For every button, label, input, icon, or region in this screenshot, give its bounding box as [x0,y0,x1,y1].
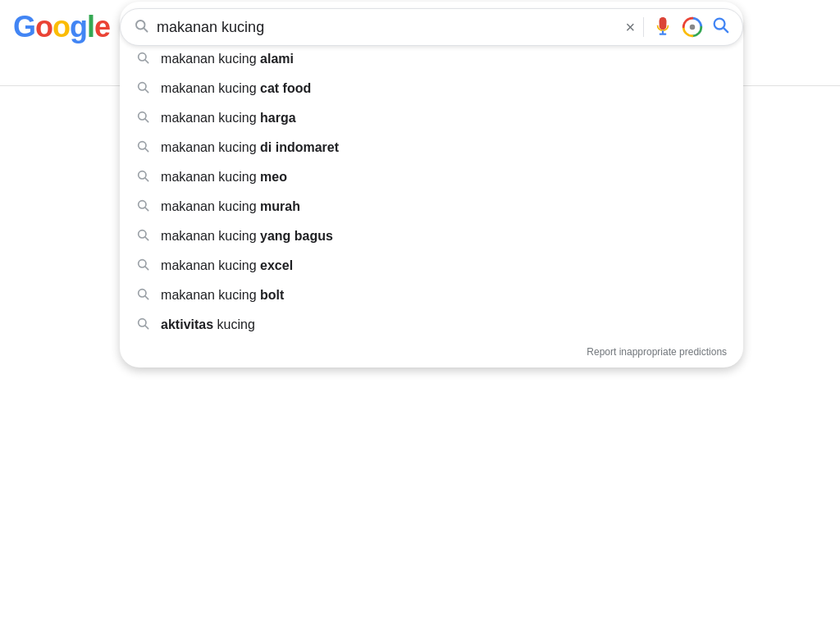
autocomplete-dropdown: makanan kucing alami makanan kucing cat … [120,2,743,368]
ac-search-icon-1 [136,80,149,97]
ac-search-icon-6 [136,228,149,244]
autocomplete-text-2: makanan kucing harga [161,111,296,126]
search-box-wrapper: × [120,8,743,46]
lens-icon[interactable] [682,16,703,38]
svg-line-1 [144,28,147,31]
search-box: × [120,8,743,46]
svg-line-7 [724,28,728,32]
ac-search-icon-3 [136,139,149,156]
autocomplete-item-5[interactable]: makanan kucing murah [120,192,743,221]
report-link[interactable]: Report inappropriate predictions [120,340,743,361]
ac-search-icon-8 [136,287,149,304]
autocomplete-item-7[interactable]: makanan kucing excel [120,251,743,281]
search-icon [134,18,148,37]
autocomplete-text-7: makanan kucing excel [161,258,293,273]
mic-icon[interactable] [652,16,673,38]
autocomplete-item-4[interactable]: makanan kucing meo [120,162,743,192]
autocomplete-text-4: makanan kucing meo [161,170,287,185]
ac-search-icon-9 [136,317,149,333]
svg-line-21 [145,237,148,240]
svg-point-5 [690,25,696,30]
ac-search-icon [136,51,149,67]
ac-search-icon-2 [136,110,149,126]
autocomplete-item-8[interactable]: makanan kucing bolt [120,281,743,310]
svg-line-27 [145,326,148,329]
autocomplete-text-1: makanan kucing cat food [161,81,311,96]
autocomplete-text-8: makanan kucing bolt [161,288,284,303]
divider [643,17,644,37]
autocomplete-item-3[interactable]: makanan kucing di indomaret [120,133,743,162]
autocomplete-text-0: makanan kucing alami [161,52,294,66]
search-submit-icon[interactable] [711,16,729,39]
svg-line-13 [145,119,148,122]
autocomplete-item-1[interactable]: makanan kucing cat food [120,74,743,103]
autocomplete-text-6: makanan kucing yang bagus [161,229,333,244]
clear-button[interactable]: × [625,19,635,35]
autocomplete-item-9[interactable]: aktivitas kucing [120,310,743,340]
ac-search-icon-4 [136,169,149,185]
autocomplete-item-2[interactable]: makanan kucing harga [120,103,743,133]
ac-search-icon-7 [136,258,149,274]
autocomplete-text-3: makanan kucing di indomaret [161,140,339,155]
autocomplete-item-0[interactable]: makanan kucing alami [120,44,743,74]
search-actions: × [625,16,729,39]
autocomplete-text-5: makanan kucing murah [161,199,300,214]
search-input[interactable] [157,19,617,36]
svg-line-19 [145,208,148,211]
autocomplete-text-9: aktivitas kucing [161,317,255,332]
svg-line-25 [145,296,148,299]
header: Google × [0,0,840,54]
svg-line-23 [145,267,148,270]
ac-search-icon-5 [136,199,149,215]
svg-line-11 [145,89,148,93]
autocomplete-item-6[interactable]: makanan kucing yang bagus [120,221,743,251]
svg-line-17 [145,178,148,181]
google-logo: Google [13,10,110,44]
svg-line-9 [145,60,148,63]
svg-line-15 [145,148,148,152]
